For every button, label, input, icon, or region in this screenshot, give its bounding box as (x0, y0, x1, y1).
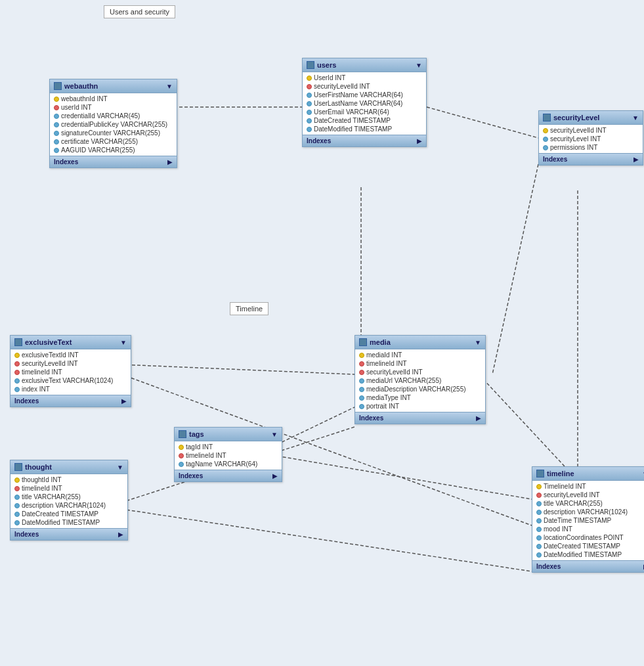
field-row: UserEmail VARCHAR(64) (303, 108, 426, 116)
regular-icon (359, 378, 364, 384)
table-thought-fields: thoughtId INT timelineId INT title VARCH… (11, 474, 127, 528)
diagram-canvas: Users and security Timeline users ▼ User… (0, 0, 644, 666)
title-label: Users and security (104, 5, 175, 18)
regular-icon (536, 518, 542, 523)
regular-icon (307, 127, 312, 132)
field-row: webauthnId INT (50, 95, 177, 103)
regular-icon (543, 145, 548, 150)
field-row: timelineId INT (11, 484, 127, 493)
table-timeline-header: timeline ▼ (532, 467, 644, 481)
table-thought-arrow: ▼ (117, 464, 123, 471)
fk-icon (307, 84, 312, 89)
svg-line-1 (427, 107, 538, 138)
field-row: timelineId INT (175, 451, 282, 460)
field-row: securityLevelId INT (532, 491, 644, 499)
field-row: index INT (11, 385, 131, 393)
table-users-arrow: ▼ (416, 62, 422, 69)
fk-icon (14, 361, 20, 366)
table-exclusivetext[interactable]: exclusiveText ▼ exclusiveTextId INT secu… (10, 335, 131, 407)
fk-icon (359, 370, 364, 375)
table-users-name: users (317, 61, 413, 69)
regular-icon (14, 495, 20, 500)
table-thought-icon (14, 463, 22, 471)
table-securitylevel-arrow: ▼ (632, 114, 639, 122)
table-media-header: media ▼ (355, 336, 485, 349)
field-row: securityLevelId INT (539, 126, 643, 135)
table-users-footer[interactable]: Indexes ▶ (303, 135, 426, 146)
field-row: certificate VARCHAR(255) (50, 137, 177, 146)
field-row: AAGUID VARCHAR(255) (50, 146, 177, 154)
table-timeline-fields: TimelineId INT securityLevelId INT title… (532, 481, 644, 560)
table-securitylevel-icon (543, 114, 551, 122)
table-timeline-icon (536, 470, 544, 477)
field-row: mood INT (532, 525, 644, 533)
fk-icon (14, 486, 20, 491)
table-users[interactable]: users ▼ UserId INT securityLevelId INT U… (302, 58, 427, 147)
pk-icon (14, 477, 20, 483)
regular-icon (14, 520, 20, 525)
table-timeline-footer[interactable]: Indexes ▶ (532, 560, 644, 572)
field-row: portrait INT (355, 402, 485, 411)
table-tags-arrow: ▼ (271, 431, 278, 438)
table-tags-name: tags (189, 430, 268, 438)
field-row: securityLevel INT (539, 135, 643, 143)
table-exclusivetext-arrow: ▼ (120, 339, 127, 346)
fk-icon (179, 453, 184, 458)
table-users-header: users ▼ (303, 58, 426, 72)
regular-icon (54, 122, 59, 127)
regular-icon (54, 114, 59, 119)
field-row: DateModified TIMESTAMP (532, 550, 644, 559)
pk-icon (307, 76, 312, 81)
field-row: thoughtId INT (11, 476, 127, 484)
timeline-label: Timeline (230, 302, 268, 315)
table-timeline[interactable]: timeline ▼ TimelineId INT securityLevelI… (532, 466, 644, 573)
regular-icon (307, 93, 312, 98)
fk-icon (536, 493, 542, 498)
table-securitylevel[interactable]: securityLevel ▼ securityLevelId INT secu… (538, 110, 643, 166)
table-exclusivetext-header: exclusiveText ▼ (11, 336, 131, 349)
field-row: permissions INT (539, 143, 643, 152)
table-exclusivetext-footer[interactable]: Indexes ▶ (11, 395, 131, 407)
field-row: description VARCHAR(1024) (11, 501, 127, 510)
field-row: DateCreated TIMESTAMP (532, 542, 644, 550)
field-row: securityLevelId INT (303, 82, 426, 91)
table-thought-footer[interactable]: Indexes ▶ (11, 528, 127, 540)
table-media-icon (359, 338, 367, 346)
regular-icon (54, 139, 59, 144)
table-tags[interactable]: tags ▼ tagId INT timelineId INT tagName … (174, 427, 282, 482)
field-row: UserLastName VARCHAR(64) (303, 99, 426, 108)
regular-icon (536, 544, 542, 549)
table-media-footer[interactable]: Indexes ▶ (355, 412, 485, 424)
pk-icon (54, 97, 59, 102)
table-media-fields: mediaId INT timelineId INT securityLevel… (355, 349, 485, 412)
fk-icon (54, 105, 59, 110)
table-webauthn-fields: webauthnId INT userId INT credentialId V… (50, 93, 177, 156)
regular-icon (14, 378, 20, 384)
field-row: timelineId INT (355, 359, 485, 368)
pk-icon (14, 353, 20, 358)
field-row: signatureCounter VARCHAR(255) (50, 129, 177, 137)
table-webauthn-arrow: ▼ (166, 83, 173, 90)
field-row: mediaId INT (355, 351, 485, 359)
field-row: mediaDescription VARCHAR(255) (355, 385, 485, 393)
table-securitylevel-header: securityLevel ▼ (539, 111, 643, 125)
field-row: userId INT (50, 103, 177, 112)
regular-icon (359, 404, 364, 409)
regular-icon (14, 503, 20, 508)
field-row: mediaType INT (355, 393, 485, 402)
field-row: DateCreated TIMESTAMP (303, 116, 426, 125)
regular-icon (179, 462, 184, 467)
table-tags-header: tags ▼ (175, 428, 282, 441)
svg-line-9 (121, 509, 532, 571)
table-securitylevel-name: securityLevel (553, 114, 630, 122)
regular-icon (359, 395, 364, 401)
regular-icon (543, 137, 548, 142)
pk-icon (543, 128, 548, 133)
table-media[interactable]: media ▼ mediaId INT timelineId INT secur… (354, 335, 486, 424)
table-securitylevel-footer[interactable]: Indexes ▶ (539, 153, 643, 165)
table-webauthn[interactable]: webauthn ▼ webauthnId INT userId INT cre… (49, 79, 177, 168)
table-webauthn-footer[interactable]: Indexes ▶ (50, 156, 177, 167)
table-thought[interactable]: thought ▼ thoughtId INT timelineId INT t… (10, 460, 128, 541)
pk-icon (536, 484, 542, 489)
table-tags-footer[interactable]: Indexes ▶ (175, 470, 282, 481)
